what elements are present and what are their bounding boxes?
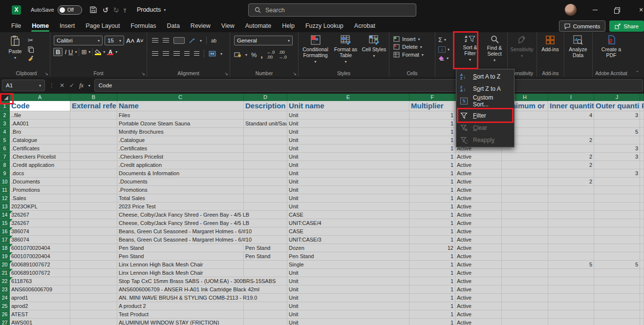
- cell-A10[interactable]: .Documents: [10, 178, 70, 186]
- cell-D2[interactable]: [244, 111, 287, 120]
- cell-B25[interactable]: [70, 302, 117, 310]
- cell-K21[interactable]: [640, 269, 644, 277]
- cell-J4[interactable]: 5: [594, 128, 640, 136]
- column-header-A[interactable]: A: [10, 94, 70, 101]
- cell-I21[interactable]: [548, 269, 594, 277]
- column-header-B[interactable]: B: [70, 94, 117, 101]
- cell-G15[interactable]: Active: [455, 219, 502, 227]
- cell-I22[interactable]: [548, 277, 594, 285]
- cell-I10[interactable]: 2: [548, 178, 594, 186]
- cell-B22[interactable]: [70, 277, 117, 285]
- row-header-16[interactable]: 16: [0, 227, 10, 236]
- autosave-control[interactable]: AutoSave Off: [31, 5, 82, 15]
- cell-B4[interactable]: [70, 128, 117, 136]
- align-bottom-icon[interactable]: [173, 37, 185, 44]
- cell-K12[interactable]: [640, 194, 644, 203]
- cell-G24[interactable]: Active: [455, 294, 502, 302]
- cell-I19[interactable]: [548, 252, 594, 261]
- cell-F20[interactable]: 1: [409, 261, 455, 269]
- cell-C19[interactable]: Pen Stand: [117, 252, 244, 261]
- cell-H15[interactable]: [502, 219, 548, 227]
- cell-B2[interactable]: [70, 111, 117, 120]
- cell-K24[interactable]: [640, 294, 644, 302]
- cell-F19[interactable]: 1: [409, 252, 455, 261]
- cell-J24[interactable]: [594, 294, 640, 302]
- cell-E7[interactable]: Unit: [287, 153, 409, 161]
- analyze-data-button[interactable]: Analyze Data: [564, 32, 592, 58]
- cell-C17[interactable]: Beans, Green Cut Seasoned - Margaret Hol…: [117, 236, 287, 244]
- cell-H7[interactable]: [502, 153, 548, 161]
- fill-color-button[interactable]: [95, 49, 101, 55]
- cell-A18[interactable]: 6001070020404: [10, 244, 70, 252]
- tab-fuzzy-lookup[interactable]: Fuzzy Lookup: [300, 20, 349, 32]
- cell-A17[interactable]: 386074: [10, 236, 70, 244]
- cell-G19[interactable]: Active: [455, 252, 502, 261]
- percent-style-icon[interactable]: %: [251, 51, 257, 59]
- confirm-entry-icon[interactable]: ✓: [69, 82, 74, 89]
- clipboard-dialog-launcher[interactable]: ↘: [44, 71, 48, 76]
- row-header-14[interactable]: 14: [0, 211, 10, 219]
- cell-E19[interactable]: Pen Stand: [287, 252, 409, 261]
- cell-H13[interactable]: [502, 203, 548, 211]
- cell-H12[interactable]: [502, 194, 548, 203]
- cell-K2[interactable]: [640, 111, 644, 120]
- cell-K3[interactable]: [640, 120, 644, 128]
- cell-F22[interactable]: 1: [409, 277, 455, 285]
- bold-button[interactable]: B: [53, 48, 63, 56]
- cell-F10[interactable]: 1: [409, 178, 455, 186]
- cell-I24[interactable]: [548, 294, 594, 302]
- cell-C21[interactable]: Linx Lennon High Back Mesh Chair: [117, 269, 244, 277]
- tab-insert[interactable]: Insert: [54, 20, 80, 32]
- conditional-formatting-dropdown-icon[interactable]: ▾: [314, 60, 316, 64]
- cell-C15[interactable]: Cheese, Colby/Jack Fancy Shred - Green B…: [117, 219, 287, 227]
- cell-B24[interactable]: [70, 294, 117, 302]
- cell-B20[interactable]: [70, 261, 117, 269]
- share-button[interactable]: Share: [609, 20, 644, 32]
- cell-K16[interactable]: [640, 227, 644, 236]
- cell-G10[interactable]: Active: [455, 178, 502, 186]
- cell-F27[interactable]: 1: [409, 319, 455, 325]
- cell-B17[interactable]: [70, 236, 117, 244]
- cell-E13[interactable]: Unit: [287, 203, 409, 211]
- cell-styles-dropdown-icon[interactable]: ▾: [373, 54, 375, 58]
- column-header-D[interactable]: D: [244, 94, 287, 101]
- orientation-icon[interactable]: [189, 38, 195, 43]
- cell-G27[interactable]: Active: [455, 319, 502, 325]
- cell-H24[interactable]: [502, 294, 548, 302]
- cell-C27[interactable]: ALUMINIUM WINDOW STAY (FRICTION): [117, 319, 244, 325]
- cell-F24[interactable]: 1: [409, 294, 455, 302]
- cell-C23[interactable]: ANS6006006709 - ANSER H-A01 Ink Cartridg…: [117, 285, 287, 294]
- cell-A16[interactable]: 386074: [10, 227, 70, 236]
- font-size-select[interactable]: 15▾: [105, 36, 124, 45]
- row-header-25[interactable]: 25: [0, 302, 10, 310]
- formula-input[interactable]: Code: [94, 79, 643, 92]
- cell-J8[interactable]: [594, 161, 640, 169]
- cell-H9[interactable]: [502, 169, 548, 178]
- cell-E5[interactable]: Unit: [287, 136, 409, 144]
- font-dialog-launcher[interactable]: ↘: [141, 71, 145, 76]
- cell-F15[interactable]: 1: [409, 219, 455, 227]
- row-header-11[interactable]: 11: [0, 186, 10, 194]
- cell-C14[interactable]: Cheese, Colby/Jack Fancy Shred - Green B…: [117, 211, 287, 219]
- cell-I17[interactable]: [548, 236, 594, 244]
- header-cell-B1[interactable]: External refe: [70, 101, 117, 111]
- cell-J13[interactable]: [594, 203, 640, 211]
- cell-J12[interactable]: [594, 194, 640, 203]
- cell-C24[interactable]: AN. MINI WAVE BRUSH & STYLING COMB-2113 …: [117, 294, 287, 302]
- cell-A8[interactable]: .Credit application: [10, 161, 70, 169]
- cell-A6[interactable]: .Certificates: [10, 144, 70, 153]
- cell-E4[interactable]: Unit: [287, 128, 409, 136]
- accounting-format-icon[interactable]: [234, 52, 241, 58]
- cell-E3[interactable]: Unit: [287, 120, 409, 128]
- cell-C16[interactable]: Beans, Green Cut Seasoned - Margaret Hol…: [117, 227, 287, 236]
- cell-B3[interactable]: [70, 120, 117, 128]
- cell-K11[interactable]: [640, 186, 644, 194]
- insert-function-icon[interactable]: fx: [79, 82, 84, 89]
- cell-G26[interactable]: Active: [455, 310, 502, 319]
- cell-E27[interactable]: Unit: [287, 319, 409, 325]
- menu-item-clear[interactable]: Clear: [456, 122, 514, 134]
- number-dialog-launcher[interactable]: ↘: [293, 71, 297, 76]
- cut-icon[interactable]: ✂: [27, 37, 34, 44]
- cell-D20[interactable]: [244, 261, 287, 269]
- cell-E25[interactable]: Unit: [287, 302, 409, 310]
